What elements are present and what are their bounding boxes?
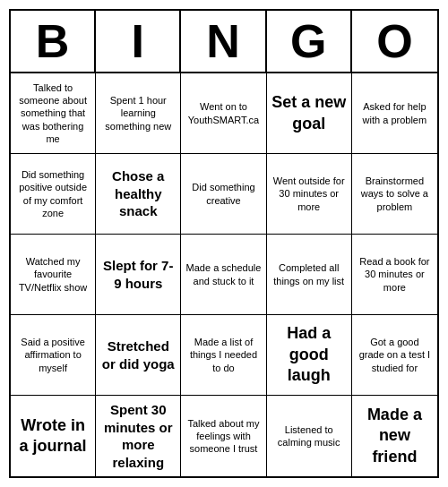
bingo-cell-3[interactable]: Set a new goal	[267, 73, 352, 154]
bingo-cell-17[interactable]: Made a list of things I needed to do	[181, 315, 266, 396]
bingo-cell-5[interactable]: Did something positive outside of my com…	[11, 154, 96, 235]
bingo-cell-16[interactable]: Stretched or did yoga	[96, 315, 181, 396]
bingo-cell-6[interactable]: Chose a healthy snack	[96, 154, 181, 235]
bingo-cell-7[interactable]: Did something creative	[181, 154, 266, 235]
bingo-cell-15[interactable]: Said a positive affirmation to myself	[11, 315, 96, 396]
bingo-cell-4[interactable]: Asked for help with a problem	[352, 73, 437, 154]
bingo-cell-21[interactable]: Spent 30 minutes or more relaxing	[96, 396, 181, 476]
bingo-cell-24[interactable]: Made a new friend	[352, 396, 437, 476]
bingo-letter-i: I	[96, 11, 181, 72]
bingo-cell-12[interactable]: Made a schedule and stuck to it	[181, 235, 266, 315]
bingo-cell-2[interactable]: Went on to YouthSMART.ca	[181, 73, 266, 154]
bingo-cell-19[interactable]: Got a good grade on a test I studied for	[352, 315, 437, 396]
bingo-cell-18[interactable]: Had a good laugh	[267, 315, 352, 396]
bingo-letter-g: G	[267, 11, 352, 72]
bingo-cell-0[interactable]: Talked to someone about something that w…	[11, 73, 96, 154]
bingo-cell-23[interactable]: Listened to calming music	[267, 396, 352, 476]
bingo-cell-13[interactable]: Completed all things on my list	[267, 235, 352, 315]
bingo-cell-10[interactable]: Watched my favourite TV/Netflix show	[11, 235, 96, 315]
bingo-letter-b: B	[11, 11, 96, 72]
bingo-grid: Talked to someone about something that w…	[11, 73, 437, 476]
bingo-letter-o: O	[352, 11, 437, 72]
bingo-cell-14[interactable]: Read a book for 30 minutes or more	[352, 235, 437, 315]
bingo-cell-1[interactable]: Spent 1 hour learning something new	[96, 73, 181, 154]
bingo-cell-9[interactable]: Brainstormed ways to solve a problem	[352, 154, 437, 235]
bingo-cell-8[interactable]: Went outside for 30 minutes or more	[267, 154, 352, 235]
bingo-letter-n: N	[181, 11, 266, 72]
bingo-cell-22[interactable]: Talked about my feelings with someone I …	[181, 396, 266, 476]
bingo-card: BINGO Talked to someone about something …	[9, 9, 439, 478]
bingo-cell-20[interactable]: Wrote in a journal	[11, 396, 96, 476]
bingo-header: BINGO	[11, 11, 437, 73]
bingo-cell-11[interactable]: Slept for 7-9 hours	[96, 235, 181, 315]
